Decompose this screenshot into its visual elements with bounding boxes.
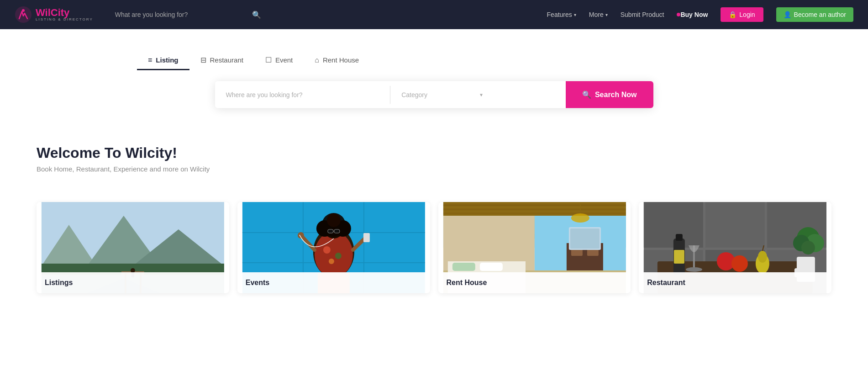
category-card-events[interactable]: Events <box>237 202 430 293</box>
svg-point-81 <box>801 241 815 254</box>
login-button[interactable]: 🔒 Login <box>721 7 763 22</box>
svg-point-76 <box>758 251 767 263</box>
become-author-button[interactable]: 👤 Become an author <box>776 7 853 22</box>
card-label-rent-house: Rent House <box>438 272 631 293</box>
features-chevron-icon: ▾ <box>574 12 576 17</box>
svg-point-1 <box>22 9 25 12</box>
tab-restaurant[interactable]: ⊟ Restaurant <box>189 51 254 70</box>
more-chevron-icon: ▾ <box>605 12 608 17</box>
welcome-title: Welcome To Wilcity! <box>37 145 831 161</box>
nav-buy-now[interactable]: Buy Now <box>677 11 708 18</box>
search-tabs: ≡ Listing ⊟ Restaurant ☐ Event ⌂ Rent Ho… <box>0 51 370 70</box>
welcome-section: Welcome To Wilcity! Book Home, Restauran… <box>0 123 868 202</box>
tab-listing[interactable]: ≡ Listing <box>137 51 189 70</box>
nav-search-input[interactable] <box>115 11 247 18</box>
logo[interactable]: WilCity LISTING & DIRECTORY <box>15 6 93 23</box>
svg-rect-43 <box>443 204 626 206</box>
svg-rect-84 <box>674 250 684 264</box>
card-label-events: Events <box>237 272 430 293</box>
logo-brand: WilCity <box>36 8 93 18</box>
nav-submit-product[interactable]: Submit Product <box>621 11 664 18</box>
svg-point-74 <box>731 255 748 272</box>
search-location-input[interactable] <box>215 82 390 108</box>
event-icon: ☐ <box>265 56 272 64</box>
svg-rect-53 <box>452 263 475 271</box>
buy-now-dot <box>677 13 680 16</box>
nav-search-icon[interactable]: 🔍 <box>252 10 261 19</box>
search-section: ≡ Listing ⊟ Restaurant ☐ Event ⌂ Rent Ho… <box>0 29 868 123</box>
user-plus-icon: 👤 <box>784 11 791 18</box>
nav-search-bar: 🔍 <box>115 10 261 19</box>
svg-point-29 <box>327 213 341 227</box>
svg-point-60 <box>571 213 589 223</box>
svg-rect-70 <box>676 234 683 241</box>
search-category-dropdown[interactable]: Category ▾ <box>390 91 566 99</box>
svg-rect-31 <box>334 229 340 233</box>
rent-house-icon: ⌂ <box>315 56 319 64</box>
svg-point-24 <box>329 259 334 264</box>
svg-rect-37 <box>363 233 370 242</box>
svg-point-72 <box>686 267 702 272</box>
navbar: WilCity LISTING & DIRECTORY 🔍 Features ▾… <box>0 0 868 29</box>
logo-sub: LISTING & DIRECTORY <box>36 18 93 21</box>
nav-features[interactable]: Features ▾ <box>547 11 576 18</box>
card-label-listings: Listings <box>37 272 229 293</box>
tab-rent-house[interactable]: ⌂ Rent House <box>304 51 370 70</box>
listing-icon: ≡ <box>148 56 152 64</box>
svg-point-22 <box>323 246 331 254</box>
nav-more[interactable]: More ▾ <box>589 11 608 18</box>
search-now-button[interactable]: 🔍 Search Now <box>566 81 653 108</box>
category-card-listings[interactable]: Listings <box>37 202 229 293</box>
search-box: Category ▾ 🔍 Search Now <box>215 81 653 108</box>
svg-rect-45 <box>443 213 626 214</box>
svg-rect-52 <box>479 263 502 271</box>
category-card-restaurant[interactable]: Restaurant <box>639 202 831 293</box>
svg-point-23 <box>335 253 342 259</box>
svg-rect-58 <box>570 228 599 249</box>
category-card-rent-house[interactable]: Rent House <box>438 202 631 293</box>
svg-rect-63 <box>705 202 765 248</box>
categories-grid: Listings <box>0 202 868 315</box>
category-chevron-icon: ▾ <box>480 92 555 98</box>
nav-right: Features ▾ More ▾ Submit Product Buy Now… <box>547 7 853 22</box>
tab-event[interactable]: ☐ Event <box>254 51 304 70</box>
svg-rect-44 <box>443 208 626 210</box>
lock-icon: 🔒 <box>729 11 736 18</box>
svg-rect-30 <box>328 229 333 233</box>
card-label-restaurant: Restaurant <box>639 272 831 293</box>
restaurant-icon: ⊟ <box>200 56 206 64</box>
search-now-icon: 🔍 <box>582 90 591 99</box>
welcome-subtitle: Book Home, Restaurant, Experience and mo… <box>37 165 831 173</box>
